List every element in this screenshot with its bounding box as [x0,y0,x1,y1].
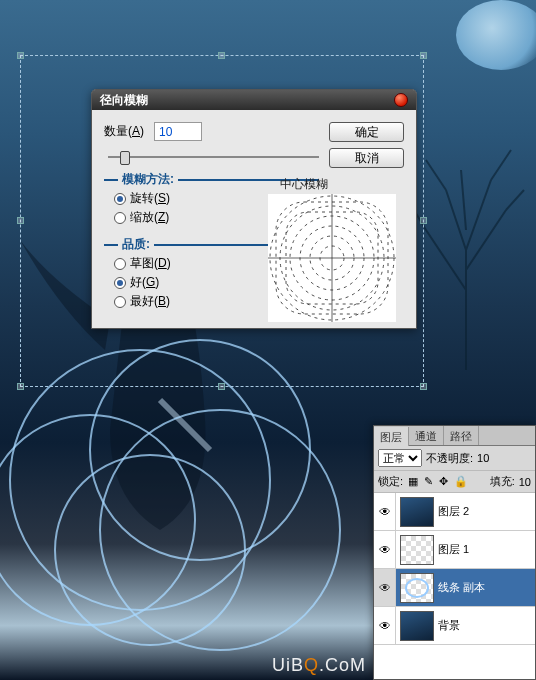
svg-point-2 [90,340,310,560]
visibility-eye-icon[interactable]: 👁 [374,607,396,644]
blur-center-preview[interactable] [268,194,396,322]
lock-label: 锁定: [378,474,403,489]
radio-icon [114,193,126,205]
layer-row[interactable]: 👁 背景 [374,607,535,645]
moon-decor [456,0,536,70]
lock-paint-icon[interactable]: ✎ [424,475,433,488]
layer-name[interactable]: 背景 [438,618,535,633]
tab-channels[interactable]: 通道 [409,426,444,445]
tab-paths[interactable]: 路径 [444,426,479,445]
fill-value[interactable]: 10 [519,476,531,488]
layer-thumbnail[interactable] [400,497,434,527]
layer-row[interactable]: 👁 图层 1 [374,531,535,569]
dialog-title: 径向模糊 [100,92,148,109]
lock-transparency-icon[interactable]: ▦ [408,475,418,488]
layers-list: 👁 图层 2 👁 图层 1 👁 线条 副本 👁 背景 [374,493,535,679]
radial-blur-dialog: 径向模糊 数量(A) 模糊方法: 旋转(S) 缩放(Z) [91,89,417,329]
layer-name[interactable]: 线条 副本 [438,580,535,595]
layer-row[interactable]: 👁 线条 副本 [374,569,535,607]
amount-label: 数量(A) [104,123,144,140]
layer-name[interactable]: 图层 2 [438,504,535,519]
ok-button[interactable]: 确定 [329,122,404,142]
layers-panel: 图层 通道 路径 正常 不透明度: 10 锁定: ▦ ✎ ✥ 🔒 填充: 10 … [373,425,536,680]
fill-label: 填充: [490,474,515,489]
tree-decor [406,110,526,370]
layer-thumbnail[interactable] [400,573,434,603]
layer-thumbnail[interactable] [400,535,434,565]
light-circles [0,320,380,660]
amount-input[interactable] [154,122,202,141]
opacity-value[interactable]: 10 [477,452,489,464]
svg-point-5 [55,455,245,645]
tab-layers[interactable]: 图层 [374,427,409,446]
visibility-eye-icon[interactable]: 👁 [374,493,396,530]
watermark: UiBQ.CoM [272,655,366,676]
close-icon[interactable] [394,93,408,107]
svg-point-3 [0,415,195,625]
cancel-button[interactable]: 取消 [329,148,404,168]
layer-thumbnail[interactable] [400,611,434,641]
layer-row[interactable]: 👁 图层 2 [374,493,535,531]
slider-thumb-icon[interactable] [120,151,130,165]
dialog-titlebar[interactable]: 径向模糊 [92,90,416,110]
radio-icon [114,212,126,224]
layer-name[interactable]: 图层 1 [438,542,535,557]
radio-icon [114,296,126,308]
panel-tabs: 图层 通道 路径 [374,426,535,446]
lock-all-icon[interactable]: 🔒 [454,475,468,488]
blur-center-label: 中心模糊 [280,176,328,193]
blend-mode-select[interactable]: 正常 [378,449,422,467]
radio-icon [114,277,126,289]
visibility-eye-icon[interactable]: 👁 [374,569,396,606]
opacity-label: 不透明度: [426,451,473,466]
amount-slider[interactable] [108,147,319,165]
radio-icon [114,258,126,270]
visibility-eye-icon[interactable]: 👁 [374,531,396,568]
lock-move-icon[interactable]: ✥ [439,475,448,488]
svg-point-1 [10,350,270,610]
